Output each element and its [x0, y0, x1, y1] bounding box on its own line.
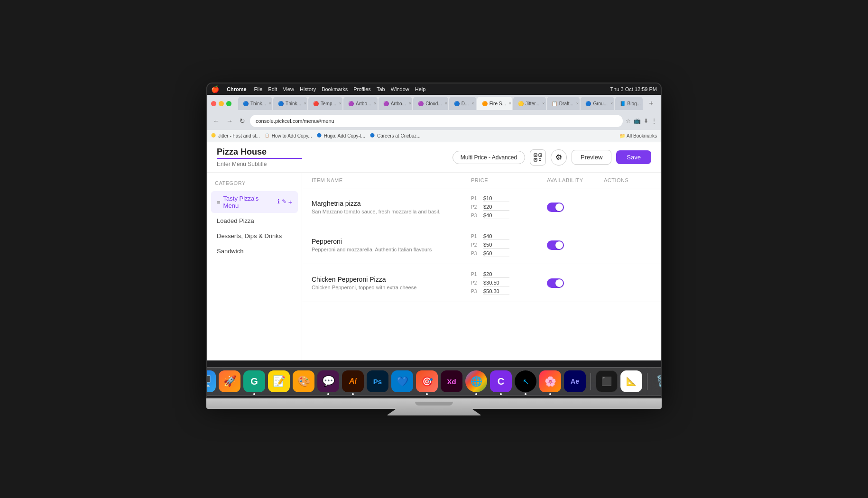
illustrator-icon[interactable]: Ai: [342, 370, 364, 392]
menu-subtitle-input[interactable]: [217, 161, 302, 167]
sidebar-item-sandwich[interactable]: Sandwich: [211, 244, 298, 258]
tab-think1[interactable]: 🔵Think...×: [238, 97, 272, 110]
slack-icon[interactable]: 💬: [317, 370, 339, 392]
qr-code-button[interactable]: [530, 149, 546, 166]
tab-draft[interactable]: 📋Draft...×: [547, 97, 580, 110]
xd-icon[interactable]: Xd: [441, 370, 462, 392]
price-input-p1[interactable]: [483, 233, 509, 240]
back-button[interactable]: ←: [211, 116, 222, 126]
dock: 🖥️ 🚀 G 📝 🎨 💬: [206, 367, 662, 396]
item-availability: [547, 203, 604, 212]
app-toolbar: Multi Price - Advanced: [207, 142, 661, 173]
edit-menu[interactable]: Edit: [268, 86, 277, 92]
item-description: San Marzano tomato sauce, fresh mozzarel…: [312, 209, 471, 214]
launchpad-icon[interactable]: 🚀: [219, 370, 240, 392]
minimize-button[interactable]: [219, 101, 224, 106]
apple-menu[interactable]: 🍎: [211, 85, 219, 93]
chrome-icon[interactable]: 🌐: [465, 370, 487, 392]
tab-cloud[interactable]: 🟣Cloud...×: [413, 97, 448, 110]
freeform-icon[interactable]: 🎨: [293, 370, 314, 392]
item-name: Marghetria pizza: [312, 200, 471, 207]
file-menu[interactable]: File: [254, 86, 263, 92]
price-input-p3[interactable]: [483, 212, 509, 219]
bookmark-careers[interactable]: 🔵 Careers at Cricbuz...: [370, 133, 421, 139]
bookmark-hugo[interactable]: 🔵 Hugo: Add Copy-t...: [317, 133, 365, 139]
price-input-p2[interactable]: [483, 279, 509, 286]
canva-icon[interactable]: C: [490, 370, 512, 392]
bookmark-all[interactable]: 📁 All Bookmarks: [619, 133, 657, 138]
save-button[interactable]: Save: [616, 150, 651, 164]
tab-artbo1[interactable]: 🟣Artbo...×: [343, 97, 378, 110]
sidebar-item-desserts[interactable]: Desserts, Dips & Drinks: [211, 229, 298, 243]
bookmark-jitter[interactable]: 🟡 Jitter - Fast and sl...: [211, 133, 260, 139]
profiles-menu[interactable]: Profiles: [353, 86, 371, 92]
creative-icon[interactable]: 🌸: [539, 370, 561, 392]
window-menu[interactable]: Window: [391, 86, 409, 92]
tab-temp[interactable]: 🔴Temp...×: [308, 97, 342, 110]
tab-jitter[interactable]: 🟡Jitter...×: [513, 97, 546, 110]
vscode-icon[interactable]: 💙: [391, 370, 413, 392]
finder-icon[interactable]: 🖥️: [206, 370, 216, 392]
item-info: Chicken Pepperoni Pizza Chicken Pepperon…: [312, 276, 471, 290]
browser-chrome: 🔵Think...× 🔵Think...× 🔴Temp...× 🟣Artbo..…: [207, 95, 661, 360]
price-input-p3[interactable]: [483, 288, 509, 295]
trash-icon[interactable]: 🗑️: [652, 370, 662, 392]
price-row-p1: P1: [471, 233, 547, 240]
price-input-p1[interactable]: [483, 195, 509, 202]
price-mode-button[interactable]: Multi Price - Advanced: [452, 151, 525, 164]
price-input-p3[interactable]: [483, 250, 509, 257]
category-edit-icon[interactable]: ✎: [282, 198, 286, 206]
chrome-menu-item[interactable]: Chrome: [227, 86, 247, 92]
menu-title-input[interactable]: [217, 147, 302, 159]
availability-toggle-3[interactable]: [547, 278, 564, 288]
maximize-button[interactable]: [226, 101, 231, 106]
notes-icon[interactable]: 📝: [268, 370, 290, 392]
item-info: Pepperoni Pepperoni and mozzarella. Auth…: [312, 238, 471, 252]
forward-button[interactable]: →: [224, 116, 235, 126]
macbook-stand: [387, 409, 481, 415]
tab-think2[interactable]: 🔵Think...×: [273, 97, 307, 110]
preview-button[interactable]: Preview: [572, 150, 611, 165]
tab-artbo2[interactable]: 🟣Artbo...×: [379, 97, 413, 110]
reload-button[interactable]: ↻: [238, 116, 247, 126]
settings-button[interactable]: ⚙: [551, 149, 567, 166]
cursor-icon[interactable]: ↖: [515, 370, 536, 392]
tab-fire-active[interactable]: 🟠Fire S...×: [477, 97, 512, 110]
item-availability: [547, 278, 604, 288]
category-info-icon[interactable]: ℹ: [277, 198, 280, 206]
sidebar-item-tasty[interactable]: ≡ Tasty Pizza's Menu ℹ ✎ +: [211, 191, 298, 213]
download-icon[interactable]: ⬇: [644, 118, 648, 124]
availability-toggle-1[interactable]: [547, 203, 564, 212]
svgeditor-icon[interactable]: 📐: [620, 370, 642, 392]
price-input-p2[interactable]: [483, 241, 509, 249]
bookmark-star-icon[interactable]: ☆: [626, 118, 631, 124]
tab-blog[interactable]: 📘Blog...: [615, 97, 643, 110]
chatgpt-icon[interactable]: G: [243, 370, 265, 392]
history-menu[interactable]: History: [300, 86, 316, 92]
screen-cast-icon[interactable]: 📺: [634, 118, 641, 124]
new-tab-button[interactable]: +: [646, 98, 657, 109]
price-input-p1[interactable]: [483, 271, 509, 278]
category-add-icon[interactable]: +: [288, 198, 292, 206]
terminal-icon[interactable]: ⬛: [596, 370, 618, 392]
figma-icon[interactable]: 🎯: [416, 370, 438, 392]
aftereffects-icon[interactable]: Ae: [564, 370, 586, 392]
view-menu[interactable]: View: [283, 86, 294, 92]
tab-menu[interactable]: Tab: [377, 86, 385, 92]
photoshop-icon[interactable]: Ps: [367, 370, 388, 392]
dock-wrapper: 🖥️ 🚀 G 📝 🎨 💬: [207, 360, 661, 397]
tab-d[interactable]: 🔵D...×: [449, 97, 476, 110]
bookmark-copy[interactable]: 📋 How to Add Copy...: [265, 133, 312, 139]
toolbar-right: Multi Price - Advanced: [452, 149, 651, 166]
category-drag-icon: ≡: [217, 199, 221, 206]
tab-grou[interactable]: 🔵Grou...×: [581, 97, 614, 110]
price-input-p2[interactable]: [483, 203, 509, 211]
close-button[interactable]: [211, 101, 216, 106]
bookmarks-menu[interactable]: Bookmarks: [322, 86, 348, 92]
address-input[interactable]: console.pickcel.com/menu#/menu: [250, 115, 623, 127]
sidebar-item-loaded[interactable]: Loaded Pizza: [211, 213, 298, 228]
browser-menu-icon[interactable]: ⋮: [651, 118, 657, 124]
help-menu[interactable]: Help: [415, 86, 426, 92]
price-label-p2: P2: [471, 204, 480, 210]
availability-toggle-2[interactable]: [547, 240, 564, 250]
